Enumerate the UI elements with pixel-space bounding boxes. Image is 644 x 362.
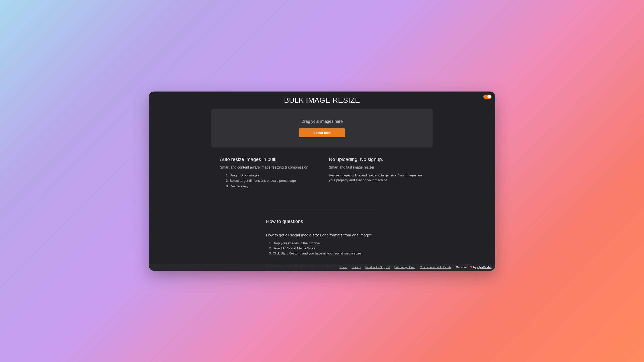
left-steps-list: Drag n Drop images Select target dimensi…	[220, 173, 319, 189]
dropzone-text: Drag your images here	[301, 119, 343, 124]
heart-icon: ❤	[470, 265, 472, 269]
footer-bar: Home Privacy Feedback / Support Bulk Ima…	[149, 264, 495, 271]
footer-link-privacy[interactable]: Privacy	[352, 266, 361, 269]
content-area: BULK IMAGE RESIZE Drag your images here …	[149, 92, 495, 271]
footer-link-custom[interactable]: Custom needs? Let's talk	[420, 266, 451, 269]
list-item: Drag n Drop images	[230, 173, 319, 178]
right-subtitle: Smart and fast image resizer	[329, 165, 428, 169]
divider	[269, 211, 375, 211]
right-heading: No uploading. No signup.	[329, 157, 428, 162]
dropzone[interactable]: Drag your images here Select files	[211, 109, 433, 147]
info-column-right: No uploading. No signup. Smart and fast …	[329, 157, 428, 189]
credit-prefix: Made with	[456, 266, 469, 269]
left-subtitle: Smart and content aware image resizing &…	[220, 165, 319, 169]
footer-link-feedback[interactable]: Feedback / Support	[365, 266, 390, 269]
credit-suffix: by	[473, 266, 477, 269]
info-column-left: Auto resize images in bulk Smart and con…	[220, 157, 319, 189]
howto-list-1: Drop your images in the dropbox. Select …	[266, 241, 378, 256]
toggle-knob	[487, 95, 491, 98]
footer-link-home[interactable]: Home	[340, 266, 347, 269]
list-item: Drop your images in the dropbox.	[273, 241, 378, 246]
list-item: Click Start Resizing and you have all yo…	[273, 251, 378, 256]
select-files-button[interactable]: Select files	[299, 128, 345, 137]
howto-section: How to questions How to get all social m…	[266, 219, 378, 271]
howto-title: How to questions	[266, 219, 378, 224]
list-item: Select target dimensions or scale percen…	[230, 178, 319, 183]
list-item: Resize away!	[230, 184, 319, 189]
theme-toggle[interactable]	[483, 95, 492, 99]
right-description: Resize images online and resize to targe…	[329, 173, 428, 183]
howto-question-1: How to get all social media sizes and fo…	[266, 233, 378, 237]
app-window: BULK IMAGE RESIZE Drag your images here …	[149, 92, 495, 271]
footer-handle-link[interactable]: @yaKashif	[477, 266, 492, 269]
left-heading: Auto resize images in bulk	[220, 157, 319, 162]
page-title: BULK IMAGE RESIZE	[149, 96, 495, 104]
list-item: Select All Social Media Sizes.	[273, 246, 378, 251]
info-columns: Auto resize images in bulk Smart and con…	[211, 157, 433, 189]
footer-link-bulk-crop[interactable]: Bulk Image Crop	[394, 266, 415, 269]
footer-credit: Made with ❤ by @yaKashif	[456, 265, 492, 269]
